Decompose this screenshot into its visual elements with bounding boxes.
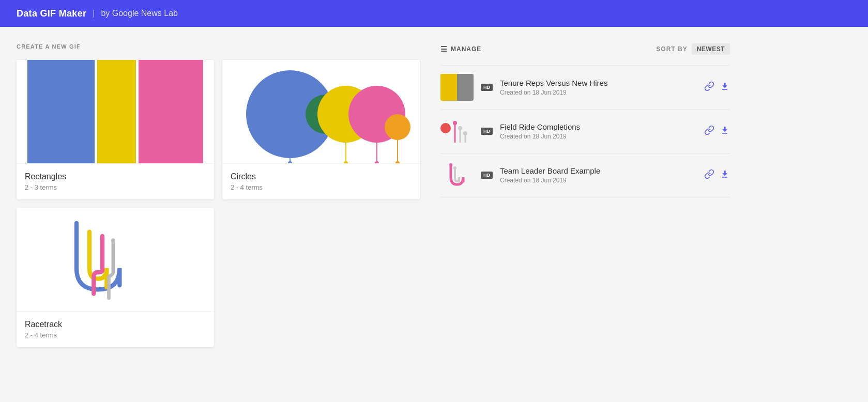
hd-badge: HD bbox=[481, 84, 493, 91]
team-thumb-svg bbox=[440, 162, 474, 189]
item-thumbnail-field bbox=[440, 118, 474, 145]
thumb-yellow bbox=[440, 74, 457, 101]
svg-point-27 bbox=[449, 163, 452, 166]
item-name-team: Team Leader Board Example bbox=[500, 166, 697, 175]
download-icon-field[interactable] bbox=[720, 125, 730, 138]
card-racetrack-terms: 2 - 4 terms bbox=[25, 331, 206, 339]
right-header: ☰ MANAGE SORT BY NEWEST bbox=[440, 43, 730, 55]
main-content: CREATE A NEW GIF Rectangles 2 - 3 terms bbox=[0, 27, 868, 364]
svg-point-26 bbox=[463, 131, 467, 135]
card-circles[interactable]: Circles 2 - 4 terms bbox=[222, 60, 420, 199]
item-info-team: Team Leader Board Example Created on 18 … bbox=[500, 166, 697, 184]
manage-button[interactable]: ☰ MANAGE bbox=[440, 45, 481, 53]
sort-value-button[interactable]: NEWEST bbox=[692, 43, 730, 55]
svg-point-17 bbox=[87, 230, 92, 234]
svg-point-19 bbox=[111, 238, 115, 242]
svg-point-13 bbox=[344, 161, 348, 163]
card-circles-name: Circles bbox=[231, 172, 412, 181]
svg-point-24 bbox=[458, 126, 462, 130]
manage-icon: ☰ bbox=[440, 45, 448, 53]
card-racetrack[interactable]: Racetrack 2 - 4 terms bbox=[17, 208, 214, 347]
hd-badge: HD bbox=[481, 128, 493, 135]
download-icon-tenure[interactable] bbox=[720, 81, 730, 94]
app-header: Data GIF Maker | by Google News Lab bbox=[0, 0, 868, 27]
app-name: Data GIF Maker bbox=[17, 8, 86, 19]
item-date-tenure: Created on 18 Jun 2019 bbox=[500, 89, 697, 96]
circles-svg bbox=[222, 60, 420, 163]
item-name-field: Field Ride Completions bbox=[500, 122, 697, 131]
item-thumbnail-tenure bbox=[440, 74, 474, 101]
svg-point-28 bbox=[453, 166, 456, 169]
svg-point-15 bbox=[395, 161, 400, 163]
hd-badge: HD bbox=[481, 172, 493, 179]
sort-area: SORT BY NEWEST bbox=[656, 43, 730, 55]
download-icon-team[interactable] bbox=[720, 169, 730, 182]
card-racetrack-preview bbox=[17, 208, 214, 311]
cards-grid: Rectangles 2 - 3 terms bbox=[17, 60, 420, 347]
racetrack-svg bbox=[17, 208, 214, 311]
item-actions-field bbox=[704, 125, 730, 138]
card-rectangles-preview bbox=[17, 60, 214, 163]
rectangles-svg bbox=[17, 60, 214, 163]
svg-point-20 bbox=[440, 123, 451, 133]
card-rectangles[interactable]: Rectangles 2 - 3 terms bbox=[17, 60, 214, 199]
card-racetrack-info: Racetrack 2 - 4 terms bbox=[17, 311, 214, 347]
saved-panel: ☰ MANAGE SORT BY NEWEST HD Tenu bbox=[440, 43, 730, 347]
manage-label: MANAGE bbox=[451, 45, 481, 53]
card-circles-terms: 2 - 4 terms bbox=[231, 183, 412, 191]
item-actions-team bbox=[704, 169, 730, 182]
saved-items-list: HD Tenure Reps Versus New Hires Created … bbox=[440, 65, 730, 197]
svg-point-14 bbox=[375, 161, 379, 163]
item-date-field: Created on 18 Jun 2019 bbox=[500, 133, 697, 140]
svg-point-16 bbox=[74, 221, 79, 225]
list-item: HD Team Leader Board Example Created on … bbox=[440, 153, 730, 197]
link-icon-field[interactable] bbox=[704, 125, 714, 138]
item-name-tenure: Tenure Reps Versus New Hires bbox=[500, 79, 697, 87]
svg-rect-2 bbox=[139, 60, 203, 163]
thumb-gray bbox=[457, 74, 474, 101]
header-subtitle: by Google News Lab bbox=[101, 9, 178, 18]
item-thumbnail-team bbox=[440, 162, 474, 189]
card-racetrack-name: Racetrack bbox=[25, 320, 206, 329]
link-icon-team[interactable] bbox=[704, 169, 714, 182]
item-actions-tenure bbox=[704, 81, 730, 94]
create-section-label: CREATE A NEW GIF bbox=[17, 43, 420, 50]
card-circles-preview bbox=[222, 60, 420, 163]
card-rectangles-name: Rectangles bbox=[25, 172, 206, 181]
field-thumb-svg bbox=[440, 118, 474, 145]
create-panel: CREATE A NEW GIF Rectangles 2 - 3 terms bbox=[17, 43, 420, 347]
svg-rect-1 bbox=[97, 60, 136, 163]
card-circles-info: Circles 2 - 4 terms bbox=[222, 163, 420, 199]
svg-point-7 bbox=[385, 114, 410, 140]
list-item: HD Field Ride Completions Created on 18 … bbox=[440, 110, 730, 153]
item-date-team: Created on 18 Jun 2019 bbox=[500, 177, 697, 184]
item-info-tenure: Tenure Reps Versus New Hires Created on … bbox=[500, 79, 697, 96]
list-item: HD Tenure Reps Versus New Hires Created … bbox=[440, 65, 730, 110]
link-icon-tenure[interactable] bbox=[704, 81, 714, 94]
svg-point-22 bbox=[453, 121, 457, 125]
item-info-field: Field Ride Completions Created on 18 Jun… bbox=[500, 122, 697, 140]
card-rectangles-terms: 2 - 3 terms bbox=[25, 183, 206, 191]
svg-point-18 bbox=[100, 234, 104, 238]
svg-point-12 bbox=[288, 161, 292, 163]
svg-rect-0 bbox=[27, 60, 95, 163]
header-divider: | bbox=[93, 9, 95, 18]
card-rectangles-info: Rectangles 2 - 3 terms bbox=[17, 163, 214, 199]
sort-by-label: SORT BY bbox=[656, 45, 687, 53]
